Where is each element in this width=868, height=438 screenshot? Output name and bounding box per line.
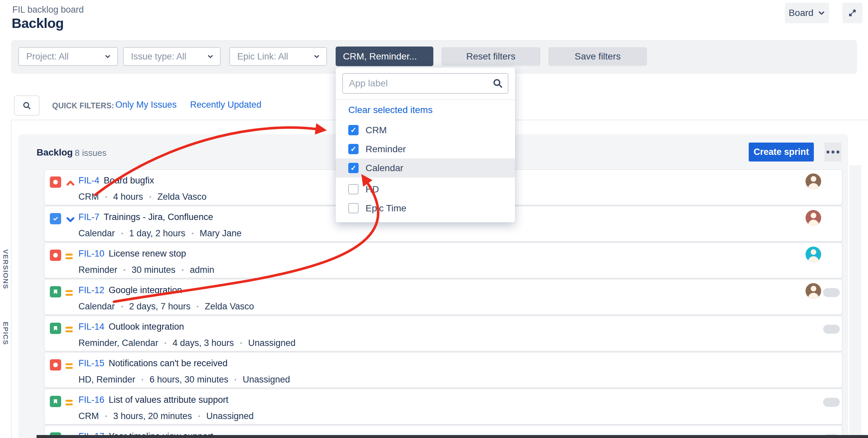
issue-meta: Reminder, Calendar4 days, 3 hoursUnassig… xyxy=(79,338,296,348)
separator-dot xyxy=(105,196,107,198)
issue-labels: Calendar xyxy=(79,302,115,312)
separator-dot xyxy=(235,379,236,380)
issue-meta: Reminder30 minutesadmin xyxy=(79,265,214,275)
jira-backlog-screen: FIL backlog board Backlog Board Project:… xyxy=(0,0,868,438)
issue-title: Trainings - Jira, Confluence xyxy=(104,212,213,222)
option-label: CRM xyxy=(366,125,387,135)
estimate-pill[interactable] xyxy=(823,325,840,334)
issue-type-select[interactable]: Issue type: All xyxy=(123,47,221,66)
app-label-filter-button[interactable]: CRM, Reminder... xyxy=(336,46,433,66)
checkbox[interactable]: ✓ xyxy=(348,125,359,135)
issue-estimate: 4 hours xyxy=(113,192,143,202)
issue-meta: HD, Reminder6 hours, 30 minutesUnassigne… xyxy=(79,375,290,385)
task-icon xyxy=(53,216,59,222)
issue-title: License renew stop xyxy=(108,249,186,259)
create-sprint-button[interactable]: Create sprint xyxy=(749,143,814,161)
priority-icon xyxy=(65,324,75,334)
issue-assignee: Unassigned xyxy=(243,375,290,385)
priority-medium-icon xyxy=(65,324,75,332)
issue-key-link[interactable]: FIL-12 xyxy=(79,285,104,295)
issue-title: List of values attribute support xyxy=(108,395,228,405)
option-label: HD xyxy=(366,184,379,195)
board-menu-label: Board xyxy=(788,8,813,18)
save-filters-button[interactable]: Save filters xyxy=(548,47,647,66)
page-title: Backlog xyxy=(12,15,64,31)
checkbox[interactable]: ✓ xyxy=(348,144,359,154)
issue-key-link[interactable]: FIL-4 xyxy=(79,176,99,186)
board-menu-button[interactable]: Board xyxy=(785,3,829,23)
checkbox[interactable]: ✓ xyxy=(348,184,359,194)
scrollbar-track[interactable] xyxy=(849,165,861,438)
issue-card[interactable]: FIL-14Outlook integration Reminder, Cale… xyxy=(44,316,842,351)
quick-filter-only-my-issues[interactable]: Only My Issues xyxy=(115,100,177,110)
issue-meta: CRM3 hours, 20 minutesUnassigned xyxy=(79,411,253,421)
more-actions-button[interactable] xyxy=(825,143,841,161)
priority-icon xyxy=(65,288,75,298)
clear-selected-items-link[interactable]: Clear selected items xyxy=(348,105,433,115)
estimate-pill[interactable] xyxy=(823,288,840,297)
breadcrumb[interactable]: FIL backlog board xyxy=(12,5,84,15)
app-label-option-epic-time[interactable]: ✓ Epic Time xyxy=(336,199,515,218)
side-rail: VERSIONS EPICS xyxy=(0,120,12,438)
dropdown-divider xyxy=(336,99,515,100)
issue-key-link[interactable]: FIL-10 xyxy=(79,249,104,259)
sidebar-item-versions[interactable]: VERSIONS xyxy=(2,249,10,289)
bug-icon xyxy=(53,253,58,257)
bug-icon xyxy=(53,363,58,367)
issue-key-link[interactable]: FIL-15 xyxy=(79,358,104,369)
app-label-dropdown: Clear selected items ✓ CRM ✓ Reminder ✓ … xyxy=(336,67,515,222)
issue-title: Google integration xyxy=(108,285,182,295)
quick-filter-recently-updated[interactable]: Recently Updated xyxy=(190,100,261,110)
expand-icon[interactable] xyxy=(842,3,862,23)
app-label-option-crm[interactable]: ✓ CRM xyxy=(336,121,515,139)
separator-dot xyxy=(124,269,125,271)
issue-card[interactable]: FIL-12Google integration Calendar2 days,… xyxy=(44,279,842,315)
issue-labels: CRM xyxy=(79,192,99,202)
option-label: Reminder xyxy=(366,144,406,155)
epic-link-select[interactable]: Epic Link: All xyxy=(229,47,327,66)
app-label-search-input[interactable] xyxy=(342,73,508,94)
priority-medium-icon xyxy=(65,251,75,259)
priority-icon xyxy=(65,398,75,407)
issue-card[interactable]: FIL-15Notifications can't be received HD… xyxy=(44,352,842,388)
assignee-avatar xyxy=(806,174,821,189)
option-label: Epic Time xyxy=(366,203,406,214)
search-icon xyxy=(22,101,32,110)
story-icon xyxy=(53,399,58,404)
checkbox[interactable]: ✓ xyxy=(348,163,359,173)
bug-icon xyxy=(53,180,58,184)
separator-dot xyxy=(121,232,123,234)
issue-key-link[interactable]: FIL-7 xyxy=(79,212,99,222)
separator-dot xyxy=(150,196,151,198)
priority-medium-icon xyxy=(65,361,75,369)
option-label: Calendar xyxy=(366,163,403,174)
app-label-option-reminder[interactable]: ✓ Reminder xyxy=(336,139,515,158)
reset-filters-button[interactable]: Reset filters xyxy=(441,47,540,66)
priority-icon xyxy=(65,251,75,261)
search-button[interactable] xyxy=(14,95,39,116)
priority-icon xyxy=(65,361,75,371)
issue-labels: CRM xyxy=(79,411,99,421)
issue-labels: Calendar xyxy=(79,228,115,239)
checkbox[interactable]: ✓ xyxy=(348,203,359,213)
sidebar-item-epics[interactable]: EPICS xyxy=(2,322,10,345)
project-select[interactable]: Project: All xyxy=(18,47,118,66)
issue-card[interactable]: FIL-16List of values attribute support C… xyxy=(44,389,842,425)
app-label-option-hd[interactable]: ✓ HD xyxy=(336,180,515,199)
issue-estimate: 2 days, 7 hours xyxy=(129,302,191,312)
issue-assignee: Mary Jane xyxy=(200,228,242,239)
app-label-option-calendar[interactable]: ✓ Calendar xyxy=(336,158,515,178)
estimate-pill[interactable] xyxy=(823,398,840,407)
backlog-issue-count: 8 issues xyxy=(75,148,106,158)
issue-meta: CRM4 hoursZelda Vasco xyxy=(79,192,207,202)
priority-icon xyxy=(65,178,75,188)
priority-medium-icon xyxy=(65,398,75,405)
issue-type-icon xyxy=(50,359,61,371)
priority-medium-icon xyxy=(65,288,75,296)
issue-key-link[interactable]: FIL-14 xyxy=(79,322,104,332)
issue-estimate: 3 hours, 20 minutes xyxy=(113,411,192,421)
assignee-avatar xyxy=(806,283,821,299)
issue-key-link[interactable]: FIL-16 xyxy=(79,395,104,405)
issue-card[interactable]: FIL-10License renew stop Reminder30 minu… xyxy=(44,243,842,278)
separator-dot xyxy=(121,306,123,307)
